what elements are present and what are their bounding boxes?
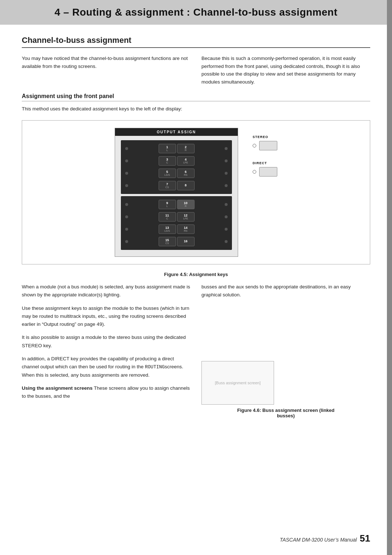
btn-row-2-1: 9 L 10 R bbox=[125, 200, 228, 209]
btn-row-1-1: 1 L 2 R bbox=[125, 144, 228, 153]
btn-group-1: 1 L 2 R bbox=[121, 140, 232, 194]
intro-left: You may have noticed that the channel-to… bbox=[22, 54, 191, 86]
indicator-dot bbox=[125, 215, 128, 218]
indicator-dot bbox=[225, 240, 228, 243]
indicator-dot bbox=[225, 147, 228, 150]
key-btn-7[interactable]: 7 CS bbox=[159, 181, 176, 190]
pair-1-4: 7 CS 8 bbox=[130, 181, 223, 190]
pair-1-3: 5 LS/S 6 RS bbox=[130, 169, 223, 178]
indicator-dot bbox=[125, 228, 128, 231]
fig46-caption: Figure 4.6: Buss assignment screen (link… bbox=[201, 408, 370, 418]
pair-2-2: 11 C 12 LFE bbox=[130, 212, 223, 222]
direct-row bbox=[253, 167, 277, 177]
indicator-dot bbox=[225, 184, 228, 187]
key-btn-3[interactable]: 3 C bbox=[159, 156, 176, 166]
stereo-label: STEREO bbox=[253, 135, 268, 139]
scrollbar[interactable] bbox=[387, 0, 392, 555]
btn-row-1-4: 7 CS 8 bbox=[125, 181, 228, 190]
body-p5-right: busses and the aux sends to the appropri… bbox=[201, 283, 370, 299]
key-btn-9[interactable]: 9 L bbox=[159, 200, 176, 209]
key-btn-16[interactable]: 16 bbox=[177, 237, 195, 246]
indicator-dot bbox=[225, 203, 228, 206]
key-btn-10[interactable]: 10 R bbox=[177, 200, 195, 209]
page-header: 4 – Routing & assignment : Channel-to-bu… bbox=[0, 0, 392, 25]
indicator-dot bbox=[125, 172, 128, 175]
stereo-indicator bbox=[253, 144, 256, 147]
panel-header: OUTPUT ASSIGN bbox=[115, 128, 238, 136]
body-p5-bold: Using the assignment screens bbox=[22, 385, 93, 391]
key-btn-15[interactable]: 15 CS bbox=[159, 237, 176, 246]
fig46-caption-line2: busses) bbox=[277, 413, 295, 418]
body-columns: When a module (not a bus module) is sele… bbox=[22, 283, 370, 418]
stereo-button[interactable] bbox=[259, 141, 277, 150]
pair-1-2: 3 C 4 LFE bbox=[130, 156, 223, 166]
indicator-dot bbox=[125, 159, 128, 162]
stereo-row bbox=[253, 141, 277, 150]
body-right: busses and the aux sends to the appropri… bbox=[201, 283, 370, 418]
key-btn-5[interactable]: 5 LS/S bbox=[159, 169, 176, 178]
pair-1-1: 1 L 2 R bbox=[130, 144, 223, 153]
figure-46-placeholder: [Buss assignment screen] bbox=[201, 361, 274, 405]
body-p5: Using the assignment screens These scree… bbox=[22, 384, 191, 401]
pair-2-4: 15 CS 16 bbox=[130, 237, 223, 246]
assignment-panel: OUTPUT ASSIGN 1 L bbox=[115, 128, 238, 257]
page-number: 51 bbox=[360, 533, 370, 544]
indicator-dot bbox=[225, 215, 228, 218]
btn-row-1-2: 3 C 4 LFE bbox=[125, 156, 228, 166]
side-controls: STEREO DIRECT bbox=[253, 128, 277, 177]
indicator-dot bbox=[125, 147, 128, 150]
body-p4-routing: ROUTING bbox=[145, 364, 165, 370]
direct-label: DIRECT bbox=[253, 161, 267, 165]
panel-wrapper: OUTPUT ASSIGN 1 L bbox=[115, 128, 277, 257]
pair-2-1: 9 L 10 R bbox=[130, 200, 223, 209]
figure-box: OUTPUT ASSIGN 1 L bbox=[22, 120, 370, 264]
indicator-dot bbox=[225, 228, 228, 231]
subsection-text: This method uses the dedicated assignmen… bbox=[22, 105, 370, 113]
btn-row-2-4: 15 CS 16 bbox=[125, 237, 228, 246]
pair-2-3: 13 LS/S 14 RS bbox=[130, 224, 223, 234]
page-footer: TASCAM DM-3200 User’s Manual 51 bbox=[280, 533, 370, 544]
panel-body: 1 L 2 R bbox=[115, 136, 238, 256]
indicator-dot bbox=[125, 240, 128, 243]
indicator-dot bbox=[225, 172, 228, 175]
intro-right: Because this is such a commonly-performe… bbox=[201, 54, 370, 86]
key-btn-11[interactable]: 11 C bbox=[159, 212, 176, 222]
key-btn-13[interactable]: 13 LS/S bbox=[159, 224, 176, 234]
indicator-dot bbox=[125, 184, 128, 187]
body-p4: In addition, a DIRECT key provides the c… bbox=[22, 355, 191, 379]
indicator-dot bbox=[125, 203, 128, 206]
key-btn-8[interactable]: 8 bbox=[177, 181, 195, 190]
page-title: 4 – Routing & assignment : Channel-to-bu… bbox=[15, 7, 377, 18]
section-title: Channel-to-buss assignment bbox=[22, 36, 370, 48]
btn-row-2-3: 13 LS/S 14 RS bbox=[125, 224, 228, 234]
key-btn-4[interactable]: 4 LFE bbox=[177, 156, 195, 166]
btn-row-2-2: 11 C 12 LFE bbox=[125, 212, 228, 222]
direct-button[interactable] bbox=[259, 167, 277, 177]
footer-text: TASCAM DM-3200 User’s Manual bbox=[280, 537, 357, 543]
key-btn-2[interactable]: 2 R bbox=[177, 144, 195, 153]
fig46-caption-line1: Figure 4.6: Buss assignment screen (link… bbox=[237, 408, 334, 413]
figure-caption: Figure 4.5: Assignment keys bbox=[22, 272, 370, 277]
btn-group-2: 9 L 10 R bbox=[121, 196, 232, 250]
body-left: When a module (not a bus module) is sele… bbox=[22, 283, 191, 418]
key-btn-14[interactable]: 14 RS bbox=[177, 224, 195, 234]
subsection-title: Assignment using the front panel bbox=[22, 93, 370, 101]
key-btn-6[interactable]: 6 RS bbox=[177, 169, 195, 178]
body-p2: Use these assignment keys to assign the … bbox=[22, 304, 191, 329]
direct-indicator bbox=[253, 170, 256, 174]
key-btn-1[interactable]: 1 L bbox=[159, 144, 176, 153]
key-btn-12[interactable]: 12 LFE bbox=[177, 212, 195, 222]
body-p3: It is also possible to assign a module t… bbox=[22, 333, 191, 350]
indicator-dot bbox=[225, 159, 228, 162]
stereo-control: STEREO bbox=[253, 135, 277, 150]
figure-46-area: [Buss assignment screen] Figure 4.6: Bus… bbox=[201, 361, 370, 418]
direct-control: DIRECT bbox=[253, 161, 277, 177]
body-p1: When a module (not a bus module) is sele… bbox=[22, 283, 191, 299]
page-content: Channel-to-buss assignment You may have … bbox=[0, 25, 392, 445]
intro-columns: You may have noticed that the channel-to… bbox=[22, 54, 370, 86]
btn-row-1-3: 5 LS/S 6 RS bbox=[125, 169, 228, 178]
